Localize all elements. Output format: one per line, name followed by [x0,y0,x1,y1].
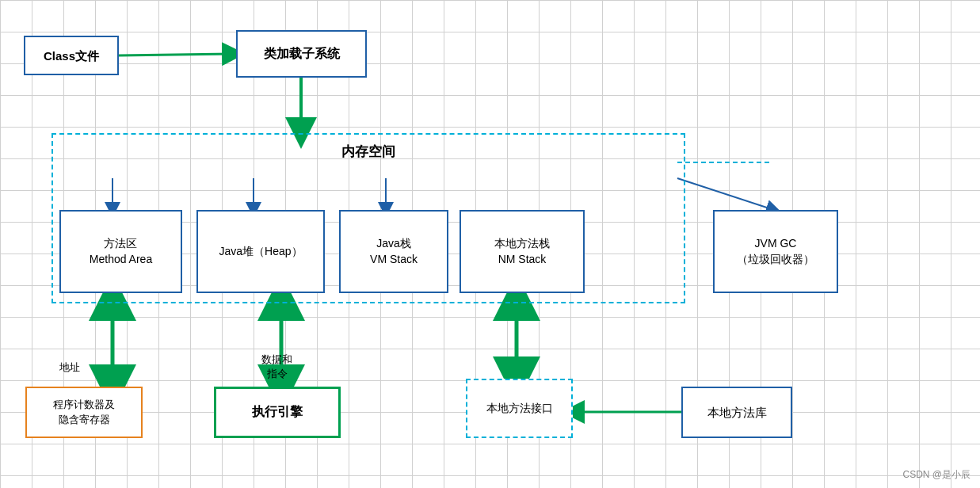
class-loader-label: 类加载子系统 [264,45,340,63]
method-area-label: 方法区 Method Area [90,236,152,267]
native-library-box: 本地方法库 [681,387,792,438]
execution-engine-box: 执行引擎 [214,387,341,438]
diagram-boxes: Class文件 类加载子系统 内存空间 方法区 Method Area Java… [0,0,980,488]
native-interface-label: 本地方法接口 [486,401,553,417]
class-file-box: Class文件 [24,36,119,75]
jvm-gc-box: JVM GC （垃圾回收器） [713,210,838,293]
native-interface-box: 本地方法接口 [466,379,573,438]
class-loader-box: 类加载子系统 [236,30,367,78]
java-stack-box: Java栈 VM Stack [339,210,448,293]
watermark: CSDN @是小辰 [902,468,970,482]
java-heap-box: Java堆（Heap） [196,210,325,293]
program-counter-box: 程序计数器及 隐含寄存器 [25,387,143,438]
java-stack-label: Java栈 VM Stack [370,236,418,267]
native-library-label: 本地方法库 [707,404,767,421]
native-stack-label: 本地方法栈 NM Stack [494,236,550,267]
program-counter-label: 程序计数器及 隐含寄存器 [53,398,115,426]
address-label: 地址 [59,360,80,375]
memory-space-label: 内存空间 [341,143,395,161]
class-file-label: Class文件 [44,48,99,64]
execution-engine-label: 执行引擎 [252,403,303,421]
method-area-box: 方法区 Method Area [59,210,182,293]
java-heap-label: Java堆（Heap） [219,244,302,260]
jvm-gc-label: JVM GC （垃圾回收器） [737,236,814,267]
native-stack-box: 本地方法栈 NM Stack [459,210,585,293]
data-instruction-label: 数据和指令 [261,353,292,381]
